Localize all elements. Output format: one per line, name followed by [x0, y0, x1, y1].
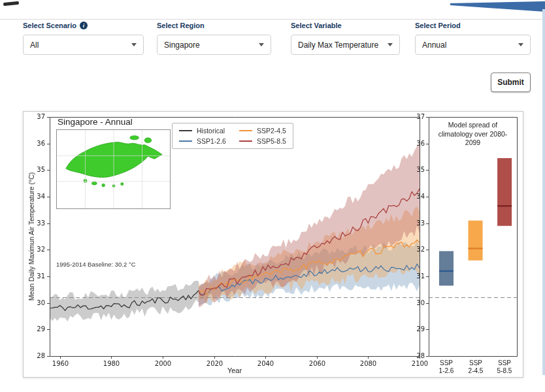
legend-item: SSP1-2.6: [179, 137, 226, 145]
legend-swatch: [179, 130, 192, 131]
filter-period-label: Select Period: [415, 22, 531, 29]
legend-label: SSP1-2.6: [197, 137, 226, 145]
chevron-down-icon: [259, 43, 264, 46]
header-divider: [0, 19, 545, 20]
filter-label-text: Select Region: [157, 22, 205, 29]
top-left-mark: [3, 1, 19, 6]
chevron-down-icon: [388, 43, 393, 46]
legend-item: SSP2-4.5: [239, 127, 286, 135]
legend-item: SSP5-8.5: [239, 137, 286, 145]
submit-button[interactable]: Submit: [491, 73, 531, 92]
spread-xtick-line: 5-8.5: [490, 367, 519, 375]
chart-panel: Singapore - Annual: [23, 111, 523, 378]
filter-label-text: Select Scenario: [23, 22, 76, 29]
spread-xtick-ssp5-85: SSP 5-8.5: [490, 359, 519, 374]
legend-label: SSP2-4.5: [257, 127, 286, 135]
climate-explorer-page: Select Scenario i All Select Region Sing…: [0, 0, 545, 392]
period-select[interactable]: Annual: [415, 35, 531, 55]
spread-xtick-line: SSP: [490, 359, 519, 367]
spread-xtick-line: 2-4.5: [461, 367, 490, 375]
chart-legend: Historical SSP1-2.6 SSP2-4.5 SSP5-8.5: [172, 123, 293, 149]
singapore-map-inset: [56, 129, 171, 209]
spread-xtick-line: 1-2.6: [432, 367, 461, 375]
filter-region: Select Region Singapore: [157, 22, 271, 55]
spread-xtick-ssp2-45: SSP 2-4.5: [461, 359, 490, 374]
filter-variable-label: Select Variable: [291, 22, 400, 29]
x-axis-label: Year: [50, 367, 420, 374]
scenario-select[interactable]: All: [23, 35, 144, 55]
filter-region-label: Select Region: [157, 22, 271, 29]
region-select[interactable]: Singapore: [157, 35, 271, 55]
singapore-map: [57, 130, 170, 208]
filter-scenario-label: Select Scenario i: [23, 22, 144, 29]
right-edge-accent: [542, 9, 545, 375]
legend-label: SSP5-8.5: [257, 137, 286, 145]
variable-select[interactable]: Daily Max Temperature: [291, 35, 400, 55]
spread-xtick-line: SSP: [432, 359, 461, 367]
y-axis-label: Mean Daily Maximun Air Temperature (°C): [27, 172, 35, 301]
filter-scenario: Select Scenario i All: [23, 22, 144, 55]
baseline-annotation: 1995-2014 Baseline: 30.2 °C: [56, 261, 136, 268]
scenario-selected-value: All: [30, 41, 39, 50]
top-right-banner-accent: [450, 0, 545, 13]
chart-title: Singapore - Annual: [58, 117, 133, 127]
period-selected-value: Annual: [422, 41, 446, 50]
chevron-down-icon: [131, 43, 137, 46]
variable-selected-value: Daily Max Temperature: [298, 41, 378, 50]
filter-period: Select Period Annual: [415, 22, 531, 55]
spread-xtick-line: SSP: [461, 359, 490, 367]
region-selected-value: Singapore: [164, 41, 200, 50]
filter-label-text: Select Variable: [291, 22, 342, 29]
legend-item: Historical: [179, 127, 226, 135]
info-icon[interactable]: i: [80, 22, 88, 29]
filter-label-text: Select Period: [415, 22, 461, 29]
spread-xtick-ssp1-26: SSP 1-2.6: [432, 359, 461, 374]
spread-chart-title: Model spread of climatology over 2080-20…: [435, 121, 510, 148]
legend-label: Historical: [197, 127, 225, 135]
legend-swatch: [239, 130, 252, 131]
singapore-landmass: [66, 142, 162, 178]
chevron-down-icon: [518, 43, 523, 46]
filter-variable: Select Variable Daily Max Temperature: [291, 22, 400, 55]
legend-swatch: [239, 140, 252, 142]
legend-swatch: [179, 140, 192, 142]
